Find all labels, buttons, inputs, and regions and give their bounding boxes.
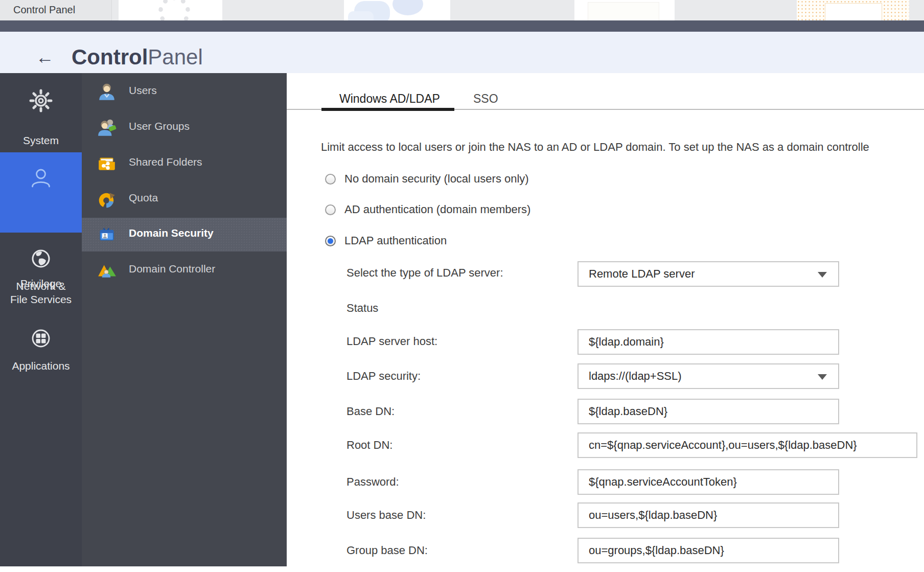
submenu-item-shared-folders[interactable]: Shared Folders (82, 147, 287, 180)
sidebar-item-network-file-services[interactable]: Network & File Services (0, 245, 82, 312)
domain-security-description: Limit access to local users or join the … (321, 141, 924, 154)
submenu-item-users[interactable]: Users (82, 75, 287, 109)
radio-ldap-authentication[interactable]: LDAP authentication (287, 234, 644, 248)
domain-security-badge-icon (97, 225, 117, 244)
sidebar-item-applications[interactable]: Applications (0, 326, 82, 382)
faded-shape (348, 11, 374, 20)
faded-page (588, 2, 659, 20)
ldap-security-value: ldaps://(ldap+SSL) (589, 370, 682, 383)
sidebar-item-privilege[interactable]: Privilege (0, 152, 82, 233)
radio-label: LDAP authentication (344, 234, 447, 247)
app-thumbnail-3[interactable] (574, 0, 675, 20)
page-title: ControlPanel (72, 45, 203, 69)
users-icon (97, 82, 117, 102)
applications-grid-icon (29, 326, 53, 351)
taskbar: Control Panel (0, 0, 924, 20)
base-dn-label: Base DN: (346, 405, 395, 418)
ldap-server-type-label: Select the type of LDAP server: (346, 266, 503, 280)
users-base-dn-input[interactable] (578, 502, 839, 528)
privilege-submenu: Users User Groups Shared Folders (82, 73, 287, 566)
radio-label: AD authentication (domain members) (344, 203, 530, 216)
category-sidebar: System Privilege Network & File Services (0, 73, 82, 566)
ldap-server-host-input[interactable] (578, 329, 839, 355)
sidebar-item-label-line2: File Services (0, 293, 82, 306)
sidebar-item-system[interactable]: System (0, 88, 82, 152)
ldap-security-select[interactable]: ldaps://(ldap+SSL) (578, 363, 839, 389)
submenu-item-domain-security[interactable]: Domain Security (82, 218, 287, 251)
tab-windows-ad-ldap[interactable]: Windows AD/LDAP (339, 92, 440, 107)
submenu-item-label: Domain Controller (129, 263, 215, 275)
ldap-server-type-select[interactable]: Remote LDAP server (578, 261, 839, 287)
status-label: Status (346, 302, 378, 315)
shared-folders-icon (97, 154, 117, 173)
submenu-item-label: Users (129, 84, 157, 97)
sidebar-item-label: System (0, 134, 82, 147)
domain-security-panel: Windows AD/LDAP SSO Limit access to loca… (287, 73, 924, 572)
taskbar-tab-label: Control Panel (13, 4, 75, 16)
faded-shape (392, 0, 423, 15)
password-input[interactable] (578, 469, 839, 495)
base-dn-input[interactable] (578, 399, 839, 424)
submenu-item-label: Domain Security (129, 227, 214, 239)
root-dn-label: Root DN: (346, 439, 392, 452)
ldap-security-label: LDAP security: (346, 370, 421, 383)
sidebar-item-label-line1: Network & (0, 280, 82, 292)
back-arrow-icon[interactable]: ← (36, 48, 54, 66)
group-base-dn-input[interactable] (578, 538, 839, 563)
globe-icon (29, 246, 53, 271)
app-thumbnail-2[interactable] (344, 0, 450, 20)
quota-donut-icon (97, 190, 117, 209)
dropdown-caret-icon (818, 374, 827, 380)
control-panel-header: ← ControlPanel (0, 32, 924, 73)
app-thumbnail-4[interactable] (797, 0, 909, 20)
root-dn-input[interactable] (578, 432, 917, 458)
domain-controller-icon (97, 261, 117, 280)
sidebar-item-label: Applications (0, 360, 82, 372)
users-base-dn-label: Users base DN: (346, 509, 426, 522)
radio-no-domain-security[interactable]: No domain security (local users only) (287, 172, 644, 187)
submenu-item-label: Quota (129, 192, 158, 204)
active-tab-underline (321, 108, 454, 111)
group-base-dn-label: Group base DN: (346, 544, 428, 557)
password-label: Password: (346, 475, 399, 489)
user-groups-icon (97, 118, 117, 138)
submenu-item-domain-controller[interactable]: Domain Controller (82, 254, 287, 287)
gear-icon (29, 88, 53, 113)
faded-page (825, 3, 882, 20)
radio-button-icon[interactable] (325, 204, 336, 215)
user-outline-icon (29, 166, 53, 190)
radio-ad-authentication[interactable]: AD authentication (domain members) (287, 203, 644, 217)
taskbar-tab-control-panel[interactable]: Control Panel (0, 0, 112, 20)
submenu-item-label: Shared Folders (129, 156, 202, 168)
radio-button-icon[interactable] (325, 236, 336, 246)
ldap-server-type-value: Remote LDAP server (589, 267, 695, 281)
submenu-item-user-groups[interactable]: User Groups (82, 111, 287, 145)
app-thumbnail-1[interactable] (119, 0, 222, 20)
page-title-bold: Control (72, 45, 148, 69)
ldap-server-host-label: LDAP server host: (346, 335, 437, 348)
submenu-item-quota[interactable]: Quota (82, 182, 287, 216)
radio-label: No domain security (local users only) (344, 172, 529, 186)
faded-gear-icon (158, 0, 190, 20)
radio-button-icon[interactable] (325, 174, 336, 185)
dropdown-caret-icon (818, 272, 827, 278)
page-title-light: Panel (148, 45, 202, 69)
window-top-strip (0, 20, 924, 32)
submenu-item-label: User Groups (129, 120, 190, 132)
tab-sso[interactable]: SSO (473, 92, 498, 107)
